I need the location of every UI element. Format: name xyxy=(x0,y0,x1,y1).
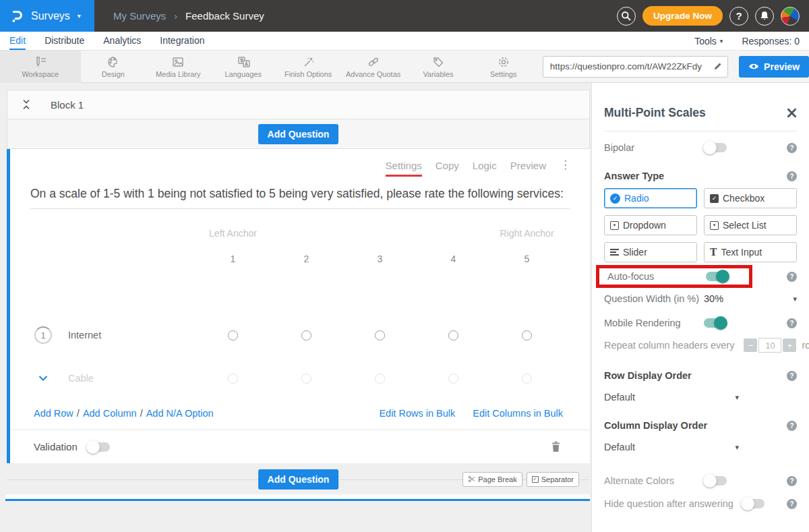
mobile-rendering-toggle[interactable] xyxy=(704,318,727,328)
stepper-plus-button[interactable]: + xyxy=(783,338,796,352)
help-icon[interactable]: ? xyxy=(787,318,797,328)
column-header[interactable]: 4 xyxy=(451,254,456,264)
stepper-minus-button[interactable]: − xyxy=(744,338,757,352)
help-icon[interactable]: ? xyxy=(787,371,797,381)
question-more-menu-icon[interactable]: ⋮ xyxy=(560,159,571,171)
app-menu-surveys[interactable]: Surveys ▾ xyxy=(0,0,94,32)
radio-option[interactable] xyxy=(375,330,385,341)
edit-url-button[interactable] xyxy=(707,57,727,77)
help-icon[interactable]: ? xyxy=(787,421,797,431)
right-anchor-label[interactable]: Right Anchor xyxy=(500,228,553,239)
hide-question-toggle[interactable] xyxy=(742,499,765,508)
bipolar-toggle[interactable] xyxy=(704,143,727,152)
validation-label: Validation xyxy=(34,441,78,452)
question-width-value[interactable]: 30% xyxy=(704,293,723,304)
tab-integration[interactable]: Integration xyxy=(160,32,204,50)
toolbar-item-languages[interactable]: Languages xyxy=(211,51,276,83)
toolbar-item-design[interactable]: Design xyxy=(81,51,146,83)
survey-url[interactable]: https://questionpro.com/t/AW22ZkFdy xyxy=(543,61,707,71)
tab-analytics[interactable]: Analytics xyxy=(103,32,141,50)
answer-type-select-list[interactable]: ▾ Select List xyxy=(704,215,797,235)
collapse-block-icon[interactable] xyxy=(22,99,30,110)
toolbar-item-variables[interactable]: Variables xyxy=(406,51,471,83)
avatar[interactable] xyxy=(781,7,800,26)
radio-option[interactable] xyxy=(522,374,532,384)
chevron-down-icon[interactable]: ▾ xyxy=(793,295,797,303)
row-label[interactable]: Cable xyxy=(68,373,94,384)
hide-question-label: Hide question after answering xyxy=(604,498,733,509)
question-width-row: Question Width (in %) 30% ▾ xyxy=(604,291,797,307)
help-icon[interactable]: ? xyxy=(787,476,797,486)
question-tab-settings[interactable]: Settings xyxy=(386,160,422,177)
column-header[interactable]: 1 xyxy=(231,254,236,264)
column-header[interactable]: 2 xyxy=(304,254,309,264)
edit-rows-in-bulk-link[interactable]: Edit Rows in Bulk xyxy=(379,408,455,419)
scale-matrix: Left Anchor Right Anchor 1 2 3 4 5 1 Int… xyxy=(34,228,564,392)
radio-option[interactable] xyxy=(228,330,238,341)
close-icon[interactable] xyxy=(787,108,797,118)
column-header[interactable]: 5 xyxy=(525,254,530,264)
bipolar-row: Bipolar ? xyxy=(604,140,797,156)
toolbar-item-settings[interactable]: Settings xyxy=(471,51,535,83)
add-question-button-top[interactable]: Add Question xyxy=(258,124,339,144)
radio-option[interactable] xyxy=(522,330,532,341)
question-tab-logic[interactable]: Logic xyxy=(473,160,497,177)
auto-focus-toggle[interactable] xyxy=(706,272,729,281)
row-expand-button[interactable] xyxy=(34,376,52,381)
answer-type-radio[interactable]: ✓ Radio xyxy=(604,188,697,208)
answer-type-text-input[interactable]: T Text Input xyxy=(704,242,797,262)
row-display-order-select[interactable]: Default ▾ xyxy=(604,392,739,403)
upgrade-now-button[interactable]: Upgrade Now xyxy=(642,6,723,26)
answer-type-slider[interactable]: Slider xyxy=(604,242,697,262)
breadcrumb-my-surveys[interactable]: My Surveys xyxy=(113,10,166,22)
help-icon[interactable]: ? xyxy=(787,171,797,181)
notifications-button[interactable] xyxy=(755,7,774,26)
left-anchor-label[interactable]: Left Anchor xyxy=(209,228,257,239)
toolbar-item-label: Design xyxy=(102,70,125,78)
help-icon[interactable]: ? xyxy=(787,272,797,282)
question-tab-copy[interactable]: Copy xyxy=(436,160,459,177)
radio-option[interactable] xyxy=(375,374,385,384)
column-display-order-select[interactable]: Default ▾ xyxy=(604,442,739,452)
alternate-colors-toggle[interactable] xyxy=(704,476,727,485)
preview-button[interactable]: Preview xyxy=(739,56,809,78)
question-text[interactable]: On a scale of 1-5 with 1 being not satis… xyxy=(30,185,570,203)
repeat-headers-label: Repeat column headers every xyxy=(604,340,734,351)
row-label[interactable]: Internet xyxy=(68,330,101,341)
add-column-link[interactable]: Add Column xyxy=(83,408,137,419)
stepper-value[interactable]: 10 xyxy=(758,338,781,353)
search-icon xyxy=(621,11,631,21)
answer-type-checkbox[interactable]: ✓ Checkbox xyxy=(704,188,797,208)
help-icon[interactable]: ? xyxy=(787,143,797,153)
answer-type-dropdown[interactable]: ▾ Dropdown xyxy=(604,215,697,235)
add-question-button-bottom[interactable]: Add Question xyxy=(258,469,339,490)
radio-option[interactable] xyxy=(448,374,458,384)
row-display-order-row: Row Display Order ? xyxy=(604,370,797,381)
toolbar-item-advance-quotas[interactable]: Advance Quotas xyxy=(340,51,405,83)
toolbar-item-workspace[interactable]: Workspace xyxy=(0,51,81,83)
column-header[interactable]: 3 xyxy=(378,254,383,264)
validation-toggle[interactable] xyxy=(87,442,110,452)
radio-option[interactable] xyxy=(301,374,311,384)
tools-dropdown[interactable]: Tools ▾ xyxy=(694,36,723,47)
toolbar-item-finish-options[interactable]: Finish Options xyxy=(276,51,340,83)
tab-distribute[interactable]: Distribute xyxy=(44,32,84,50)
toolbar-item-media-library[interactable]: Media Library xyxy=(146,51,210,83)
help-button[interactable]: ? xyxy=(729,7,748,26)
add-row-link[interactable]: Add Row xyxy=(34,408,73,419)
help-icon[interactable]: ? xyxy=(787,499,797,509)
edit-columns-in-bulk-link[interactable]: Edit Columns in Bulk xyxy=(473,408,563,419)
preview-label: Preview xyxy=(764,61,800,72)
add-na-option-link[interactable]: Add N/A Option xyxy=(146,408,214,419)
tab-edit[interactable]: Edit xyxy=(9,32,26,50)
question-tab-preview[interactable]: Preview xyxy=(510,160,546,177)
radio-option[interactable] xyxy=(301,330,311,341)
separator-button[interactable]: ✓ Separator xyxy=(527,472,579,487)
repeat-headers-stepper: − 10 + xyxy=(744,338,796,353)
radio-option[interactable] xyxy=(228,374,238,384)
search-button[interactable] xyxy=(617,7,636,26)
questionpro-logo-icon xyxy=(9,8,25,24)
delete-question-button[interactable] xyxy=(551,441,561,452)
radio-option[interactable] xyxy=(448,330,458,341)
page-break-button[interactable]: Page Break xyxy=(462,472,522,487)
